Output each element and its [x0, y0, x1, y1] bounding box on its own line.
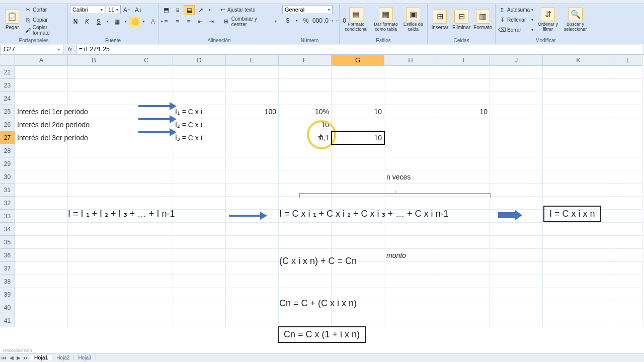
align-left-button[interactable]: ≡ [160, 17, 172, 27]
cell-J30[interactable] [490, 170, 543, 184]
cell-E22[interactable] [226, 66, 279, 79]
cell-K27[interactable] [543, 131, 614, 144]
cell-K24[interactable] [543, 92, 614, 105]
fill-color-button[interactable]: 🟡 [129, 17, 140, 27]
cell-I38[interactable] [437, 275, 490, 288]
cell-K34[interactable] [543, 223, 614, 236]
name-box[interactable]: G27▾ [0, 45, 63, 54]
cell-B39[interactable] [68, 288, 120, 301]
orientation-dd[interactable]: ▾ [207, 5, 213, 15]
italic-button[interactable]: K [82, 17, 93, 27]
delete-cells-button[interactable]: ⊟Eliminar [451, 5, 472, 34]
cell-I29[interactable] [437, 157, 490, 170]
cell-E26[interactable] [226, 118, 279, 131]
cell-K41[interactable] [543, 314, 614, 327]
cell-H25[interactable] [384, 105, 437, 118]
cell-G25[interactable]: 10 [332, 105, 384, 118]
cell-J29[interactable] [490, 157, 543, 170]
cell-L41[interactable] [614, 314, 642, 327]
cell-E39[interactable] [226, 288, 279, 301]
cell-C27[interactable] [120, 131, 173, 144]
cell-F27[interactable]: 0,1 [279, 131, 332, 144]
spreadsheet-grid[interactable]: A B C D E F G H I J K L 22232425Interés … [0, 55, 644, 327]
row-header-37[interactable]: 37 [0, 262, 15, 275]
cell-L40[interactable] [614, 301, 642, 314]
cell-D28[interactable] [173, 144, 226, 157]
cut-button[interactable]: ✂Cortar [23, 5, 65, 15]
row-header-38[interactable]: 38 [0, 275, 15, 288]
cell-D35[interactable] [173, 236, 226, 249]
cell-C22[interactable] [120, 66, 173, 79]
clear-button[interactable]: ⌫Borrar▾ [498, 25, 534, 35]
cell-H31[interactable] [384, 184, 437, 197]
cell-L32[interactable] [614, 197, 642, 210]
cell-K30[interactable] [543, 170, 614, 184]
align-top-button[interactable]: ⬒ [160, 5, 172, 15]
inc-decimal-button[interactable]: .0→ [324, 16, 335, 26]
cell-K28[interactable] [543, 144, 614, 157]
cell-B30[interactable] [68, 170, 120, 184]
cell-F28[interactable] [279, 144, 332, 157]
cell-B24[interactable] [68, 92, 120, 105]
row-header-28[interactable]: 28 [0, 144, 15, 157]
cell-L23[interactable] [614, 79, 642, 92]
cell-A23[interactable] [15, 79, 68, 92]
align-middle-button[interactable]: ≡ [172, 5, 183, 15]
cell-F25[interactable]: 10% [279, 105, 332, 118]
fx-button[interactable]: fx [65, 45, 74, 54]
cell-I22[interactable] [437, 66, 490, 79]
autosum-button[interactable]: ΣAutosuma▾ [498, 5, 534, 15]
cell-A32[interactable] [15, 197, 68, 210]
cell-J39[interactable] [490, 288, 543, 301]
row-header-25[interactable]: 25 [0, 105, 15, 118]
cell-F23[interactable] [279, 79, 332, 92]
font-grow-button[interactable]: A↑ [121, 5, 132, 15]
col-header-C[interactable]: C [120, 55, 173, 66]
cell-A39[interactable] [15, 288, 68, 301]
cell-J33[interactable] [490, 210, 543, 223]
indent-dec-button[interactable]: ⇤ [195, 17, 206, 27]
cell-E38[interactable] [226, 275, 279, 288]
font-color-button[interactable]: A [147, 17, 158, 27]
cell-D38[interactable] [173, 275, 226, 288]
cell-K40[interactable] [543, 301, 614, 314]
cell-D24[interactable] [173, 92, 226, 105]
cell-L33[interactable] [614, 210, 642, 223]
cell-E30[interactable] [226, 170, 279, 184]
cell-A35[interactable] [15, 236, 68, 249]
cell-E31[interactable] [226, 184, 279, 197]
border-button[interactable]: ▦ [111, 17, 122, 27]
cell-I26[interactable] [437, 118, 490, 131]
cell-C34[interactable] [120, 223, 173, 236]
cell-A22[interactable] [15, 66, 68, 79]
col-header-L[interactable]: L [614, 55, 642, 66]
cell-C39[interactable] [120, 288, 173, 301]
cell-E32[interactable] [226, 197, 279, 210]
cell-I35[interactable] [437, 236, 490, 249]
cell-K26[interactable] [543, 118, 614, 131]
cell-E35[interactable] [226, 236, 279, 249]
cell-A27[interactable]: Interés del 3er período [15, 131, 68, 144]
fill-color-dd[interactable]: ▾ [141, 17, 147, 27]
cell-L35[interactable] [614, 236, 642, 249]
col-header-F[interactable]: F [279, 55, 332, 66]
cell-J40[interactable] [490, 301, 543, 314]
cell-E41[interactable] [226, 314, 279, 327]
cell-H39[interactable] [384, 288, 437, 301]
underline-dd[interactable]: ▾ [105, 17, 111, 27]
cell-L30[interactable] [614, 170, 642, 184]
cell-D34[interactable] [173, 223, 226, 236]
cell-E24[interactable] [226, 92, 279, 105]
font-shrink-button[interactable]: A↓ [133, 5, 144, 15]
cell-D30[interactable] [173, 170, 226, 184]
cell-L34[interactable] [614, 223, 642, 236]
cell-C26[interactable] [120, 118, 173, 131]
cell-A34[interactable] [15, 223, 68, 236]
cell-B34[interactable] [68, 223, 120, 236]
cell-H22[interactable] [384, 66, 437, 79]
cell-C35[interactable] [120, 236, 173, 249]
conditional-format-button[interactable]: ▤Formato condicional [342, 5, 370, 34]
cell-K37[interactable] [543, 262, 614, 275]
cell-H26[interactable] [384, 118, 437, 131]
cell-H38[interactable] [384, 275, 437, 288]
